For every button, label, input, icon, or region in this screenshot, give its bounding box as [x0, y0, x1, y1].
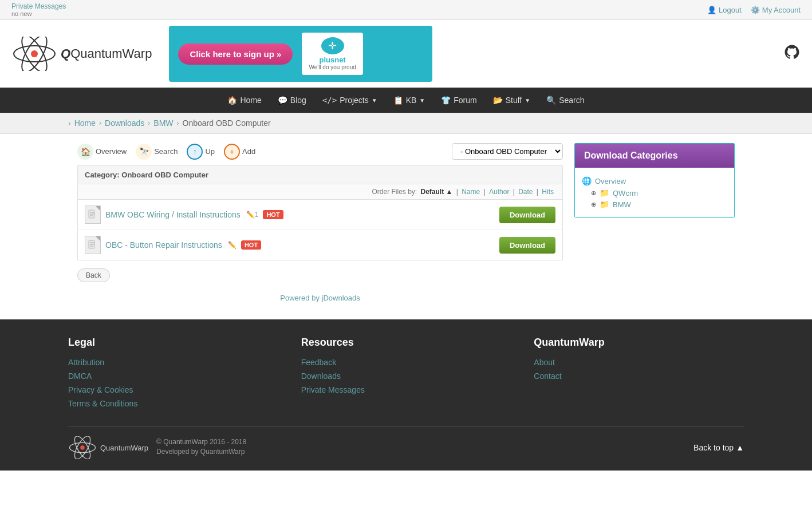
sidebar-qwcrm-link[interactable]: QWcrm: [613, 189, 638, 197]
footer-attribution-link[interactable]: Attribution: [68, 358, 278, 367]
breadcrumb-current: Onboard OBD Computer: [183, 118, 271, 128]
footer-legal-heading: Legal: [68, 337, 278, 349]
add-icon: +: [224, 144, 240, 160]
order-default[interactable]: Default ▲: [421, 188, 453, 196]
footer-private-messages-link[interactable]: Private Messages: [301, 385, 511, 394]
footer-logo-text: QuantumWarp: [100, 444, 148, 452]
footer-contact-link[interactable]: Contact: [534, 371, 744, 381]
sidebar-item-bmw[interactable]: ⊕ 📁 BMW: [591, 199, 727, 210]
breadcrumb-sep: ›: [99, 119, 101, 127]
breadcrumb-home[interactable]: Home: [74, 118, 96, 128]
site-name-label: QQuantumWarp: [61, 46, 152, 61]
logout-label: Logout: [719, 6, 742, 14]
file-list: BMW OBC Wiring / Install Instructions ✏️…: [77, 200, 563, 260]
logo[interactable]: QQuantumWarp: [11, 37, 152, 71]
powered-by-link[interactable]: Powered by jDownloads: [280, 294, 360, 302]
nav-search[interactable]: 🔍 Search: [538, 88, 592, 113]
nav-projects[interactable]: </> Projects ▼: [314, 88, 385, 113]
footer-feedback-link[interactable]: Feedback: [301, 358, 511, 367]
chevron-down-icon: ▼: [419, 97, 425, 104]
back-to-top-button[interactable]: Back to top ▲: [693, 443, 744, 452]
footer-dmca-link[interactable]: DMCA: [68, 371, 278, 381]
sidebar-sub: ⊕ 📁 QWcrm ⊕ 📁 BMW: [591, 187, 727, 210]
edit-badge: ✏️: [228, 241, 236, 249]
order-author[interactable]: Author: [489, 188, 509, 196]
footer-atom-icon: [68, 436, 97, 459]
expand-icon: ⊕: [591, 189, 596, 197]
add-button[interactable]: + Add: [224, 144, 255, 160]
hot-badge: HOT: [241, 240, 261, 250]
sidebar: Download Categories 🌐 Overview ⊕ 📁 QWcrm…: [574, 143, 735, 308]
atom-logo-icon: [11, 37, 57, 71]
breadcrumb-downloads[interactable]: Downloads: [105, 118, 144, 128]
hot-badge: HOT: [263, 210, 283, 219]
nav-stuff[interactable]: 📂 Stuff ▼: [485, 88, 538, 113]
folder-icon: 📁: [600, 200, 609, 209]
sidebar-item-qwcrm[interactable]: ⊕ 📁 QWcrm: [591, 187, 727, 199]
chevron-down-icon: ▼: [525, 97, 530, 104]
toolbar-left: 🏠 Overview 🔭 Search ↑ Up + Add: [77, 144, 255, 160]
github-icon[interactable]: [783, 44, 801, 65]
header: QQuantumWarp Click here to sign up » ✛ p…: [0, 20, 812, 88]
order-name[interactable]: Name: [462, 188, 480, 196]
main-wrapper: 🏠 Overview 🔭 Search ↑ Up + Add - Onboard…: [68, 143, 744, 308]
download-button[interactable]: Download: [499, 237, 555, 254]
gear-icon: ⚙️: [751, 6, 760, 14]
banner-signup-button[interactable]: Click here to sign up »: [178, 44, 293, 65]
logout-link[interactable]: 👤 Logout: [707, 6, 742, 14]
search-button[interactable]: 🔭 Search: [136, 144, 178, 160]
footer-about-link[interactable]: About: [534, 358, 744, 367]
footer-resources: Resources Feedback Downloads Private Mes…: [301, 337, 511, 413]
footer-grid: Legal Attribution DMCA Privacy & Cookies…: [68, 337, 744, 413]
breadcrumb-bar: › Home › Downloads › BMW › Onboard OBD C…: [0, 113, 812, 134]
overview-button[interactable]: 🏠 Overview: [77, 144, 127, 160]
nav-kb[interactable]: 📋 KB ▼: [385, 88, 433, 113]
nav-blog[interactable]: 💬 Blog: [270, 88, 314, 113]
breadcrumb-bmw[interactable]: BMW: [153, 118, 173, 128]
footer: Legal Attribution DMCA Privacy & Cookies…: [0, 319, 812, 471]
svg-point-3: [31, 50, 38, 57]
banner-area: Click here to sign up » ✛ plusnet We'll …: [169, 26, 766, 82]
up-button[interactable]: ↑ Up: [187, 144, 215, 160]
main-nav: 🏠 Home 💬 Blog </> Projects ▼ 📋 KB ▼ 👕 Fo…: [0, 88, 812, 113]
category-select[interactable]: - Onboard OBD Computer: [452, 143, 563, 160]
banner-box: Click here to sign up » ✛ plusnet We'll …: [169, 26, 432, 82]
footer-privacy-link[interactable]: Privacy & Cookies: [68, 385, 278, 394]
plusnet-logo-icon: ✛: [321, 37, 344, 54]
order-bar: Order Files by: Default ▲ | Name | Autho…: [77, 184, 563, 200]
svg-point-15: [80, 445, 85, 450]
file-icon: [85, 236, 101, 254]
table-row: BMW OBC Wiring / Install Instructions ✏️…: [78, 200, 562, 230]
breadcrumb-chevron: ›: [68, 118, 71, 128]
folder-icon: 📁: [600, 188, 609, 197]
footer-qw-heading: QuantumWarp: [534, 337, 744, 349]
nav-home[interactable]: 🏠 Home: [219, 88, 269, 113]
file-name-link[interactable]: OBC - Button Repair Instructions: [105, 240, 222, 250]
sidebar-item-overview[interactable]: 🌐 Overview: [582, 175, 727, 187]
sidebar-overview-link[interactable]: Overview: [595, 177, 626, 185]
order-date[interactable]: Date: [518, 188, 533, 196]
nav-forum[interactable]: 👕 Forum: [433, 88, 484, 113]
download-button[interactable]: Download: [499, 207, 555, 223]
file-name-link[interactable]: BMW OBC Wiring / Install Instructions: [105, 210, 241, 219]
private-messages-link[interactable]: Private Messages: [11, 2, 66, 10]
breadcrumb-sep: ›: [177, 119, 179, 127]
my-account-link[interactable]: ⚙️ My Account: [751, 6, 801, 14]
globe-icon: 🌐: [582, 176, 592, 185]
footer-logo: QuantumWarp: [68, 436, 148, 459]
sidebar-title: Download Categories: [575, 144, 734, 168]
footer-terms-link[interactable]: Terms & Conditions: [68, 399, 278, 408]
footer-downloads-link[interactable]: Downloads: [301, 371, 511, 381]
no-new-label: no new: [11, 10, 66, 17]
footer-bottom-left: QuantumWarp © QuantumWarp 2016 - 2018 De…: [68, 436, 246, 459]
up-arrow-icon: ↑: [187, 144, 203, 160]
plusnet-label: plusnet: [319, 56, 345, 64]
top-bar-right: 👤 Logout ⚙️ My Account: [707, 6, 801, 14]
table-row: OBC - Button Repair Instructions ✏️ HOT …: [78, 230, 562, 260]
toolbar: 🏠 Overview 🔭 Search ↑ Up + Add - Onboard…: [77, 143, 563, 160]
order-hits[interactable]: Hits: [542, 188, 554, 196]
sidebar-bmw-link[interactable]: BMW: [613, 200, 631, 209]
back-button[interactable]: Back: [77, 268, 110, 282]
up-chevron-icon: ▲: [736, 443, 744, 452]
plusnet-tagline: We'll do you proud: [309, 64, 356, 70]
